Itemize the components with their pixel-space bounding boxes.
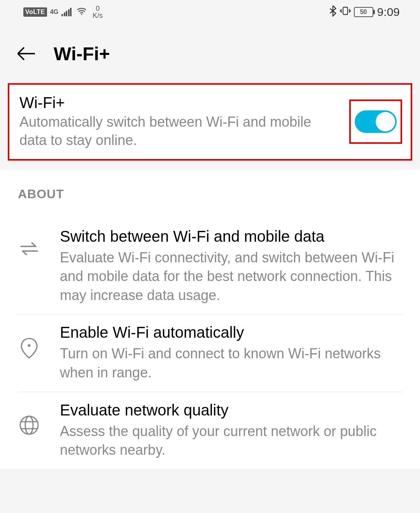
svg-point-3 [20, 416, 38, 434]
globe-icon [18, 401, 40, 436]
status-bar: VoLTE 4G 0 K/s [0, 0, 420, 24]
battery-level: 50 [360, 9, 367, 16]
network-gen-label: 4G [50, 9, 58, 16]
about-item-title: Switch between Wi-Fi and mobile data [60, 228, 402, 245]
back-arrow-icon [16, 46, 36, 61]
wifi-plus-toggle-description: Automatically switch between Wi-Fi and m… [19, 113, 341, 150]
status-right: 50 9:09 [329, 5, 400, 19]
signal-icon [61, 8, 72, 16]
wifi-plus-toggle-card: Wi-Fi+ Automatically switch between Wi-F… [8, 83, 412, 161]
svg-rect-1 [343, 7, 348, 15]
back-button[interactable] [16, 44, 36, 63]
svg-point-0 [81, 14, 82, 15]
about-section-label: ABOUT [18, 187, 402, 201]
about-item-text: Enable Wi-Fi automatically Turn on Wi-Fi… [60, 324, 402, 382]
about-section: ABOUT Switch between Wi-Fi and mobile da… [0, 170, 420, 469]
about-item-title: Enable Wi-Fi automatically [60, 324, 402, 341]
about-item-title: Evaluate network quality [60, 401, 402, 419]
battery-icon: 50 [354, 7, 373, 17]
volte-badge: VoLTE [23, 7, 47, 17]
about-item-description: Assess the quality of your current netwo… [60, 422, 402, 460]
swap-icon [18, 228, 40, 256]
about-item-text: Switch between Wi-Fi and mobile data Eva… [60, 228, 402, 305]
wifi-plus-toggle-title: Wi-Fi+ [19, 94, 341, 112]
page-title: Wi-Fi+ [54, 43, 110, 65]
about-item-description: Turn on Wi-Fi and connect to known Wi-Fi… [60, 344, 402, 382]
location-icon [18, 324, 40, 360]
wifi-plus-switch-highlight [349, 99, 402, 144]
wifi-icon [76, 7, 87, 17]
bluetooth-icon [329, 5, 337, 19]
header: Wi-Fi+ [0, 24, 420, 83]
status-left: VoLTE 4G 0 K/s [23, 5, 103, 19]
wifi-plus-switch[interactable] [355, 110, 397, 133]
wifi-plus-toggle-row[interactable]: Wi-Fi+ Automatically switch between Wi-F… [9, 85, 411, 159]
about-item-description: Evaluate Wi-Fi connectivity, and switch … [60, 248, 402, 305]
speed-unit: K/s [93, 12, 103, 19]
about-item-text: Evaluate network quality Assess the qual… [60, 401, 402, 460]
svg-point-2 [28, 344, 31, 347]
about-item-auto-wifi: Enable Wi-Fi automatically Turn on Wi-Fi… [18, 314, 402, 392]
section-spacer [0, 161, 420, 170]
clock: 9:09 [377, 5, 400, 19]
wifi-plus-toggle-text: Wi-Fi+ Automatically switch between Wi-F… [19, 94, 341, 150]
svg-point-4 [25, 416, 33, 434]
about-item-evaluate-quality: Evaluate network quality Assess the qual… [18, 392, 402, 469]
network-speed: 0 K/s [93, 5, 103, 19]
vibrate-icon [340, 5, 351, 19]
speed-value: 0 [96, 5, 100, 12]
about-item-switch-data: Switch between Wi-Fi and mobile data Eva… [18, 218, 402, 315]
